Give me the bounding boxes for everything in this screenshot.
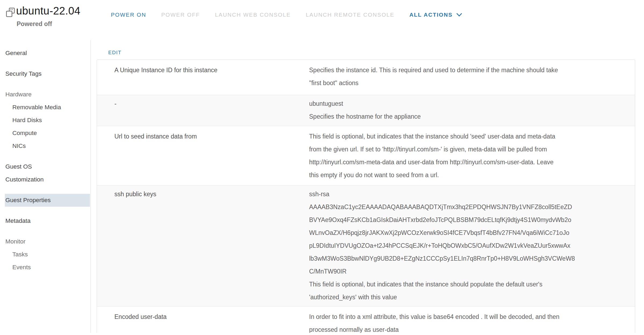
sidebar-item-guest-properties[interactable]: Guest Properties: [5, 194, 90, 207]
vm-power-status: Powered off: [17, 20, 80, 28]
launch-remote-console-button[interactable]: LAUNCH REMOTE CONSOLE: [306, 12, 395, 18]
vm-icon: [6, 8, 16, 19]
guest-properties-panel: EDIT A Unique Instance ID for this insta…: [91, 40, 644, 333]
property-value: ubuntuguest: [309, 97, 625, 110]
property-row: - ubuntuguest Specifies the hostname for…: [97, 95, 635, 126]
property-label: A Unique Instance ID for this instance: [97, 64, 309, 91]
property-label: ssh public keys: [97, 188, 309, 304]
all-actions-label: ALL ACTIONS: [410, 12, 453, 18]
sidebar-item-removable-media[interactable]: Removable Media: [0, 101, 91, 114]
vm-settings-sidebar: General Security Tags Hardware Removable…: [0, 40, 91, 333]
property-cell: This field is optional, but indicates th…: [309, 130, 635, 181]
sidebar-section-monitor: Monitor: [0, 235, 91, 248]
chevron-down-icon: [456, 13, 462, 17]
sidebar-item-security-tags[interactable]: Security Tags: [0, 67, 91, 80]
property-row: Encoded user-data In order to fit into a…: [97, 306, 635, 333]
property-cell: In order to fit into a xml attribute, th…: [309, 310, 635, 333]
launch-web-console-button[interactable]: LAUNCH WEB CONSOLE: [215, 12, 291, 18]
property-row: Url to seed instance data from This fiel…: [97, 126, 635, 185]
property-label: -: [97, 97, 309, 124]
edit-button[interactable]: EDIT: [108, 49, 121, 56]
property-description: Specifies the hostname for the appliance: [309, 110, 625, 123]
property-label: Encoded user-data: [97, 310, 309, 333]
property-description: This field is optional, but indicates th…: [309, 278, 625, 304]
sidebar-section-hardware: Hardware: [0, 88, 91, 101]
sidebar-item-nics[interactable]: NICs: [0, 140, 91, 152]
property-value: ssh-rsa AAAAB3NzaC1yc2EAAAADAQABAAABAQDT…: [309, 188, 625, 278]
vm-name: ubuntu-22.04: [16, 4, 80, 17]
guest-properties-table: A Unique Instance ID for this instance S…: [97, 60, 635, 333]
sidebar-item-guest-os-customization[interactable]: Guest OS Customization: [0, 160, 91, 186]
vm-actions-toolbar: POWER ON POWER OFF LAUNCH WEB CONSOLE LA…: [111, 0, 462, 30]
power-off-button[interactable]: POWER OFF: [161, 12, 200, 18]
all-actions-menu-button[interactable]: ALL ACTIONS: [410, 12, 462, 18]
property-row: ssh public keys ssh-rsa AAAAB3NzaC1yc2EA…: [97, 185, 635, 306]
sidebar-item-tasks[interactable]: Tasks: [0, 248, 91, 261]
vm-title-block: ubuntu-22.04 Powered off: [16, 4, 80, 28]
property-cell: Specifies the instance id. This is requi…: [309, 64, 635, 91]
property-row: A Unique Instance ID for this instance S…: [97, 60, 635, 95]
property-description: In order to fit into a xml attribute, th…: [309, 310, 625, 333]
property-description: This field is optional, but indicates th…: [309, 130, 625, 181]
vm-detail-content: General Security Tags Hardware Removable…: [0, 40, 644, 333]
power-on-button[interactable]: POWER ON: [111, 12, 146, 18]
sidebar-item-compute[interactable]: Compute: [0, 127, 91, 140]
sidebar-item-hard-disks[interactable]: Hard Disks: [0, 114, 91, 127]
property-cell: ubuntuguest Specifies the hostname for t…: [309, 97, 635, 124]
sidebar-item-general[interactable]: General: [0, 47, 91, 60]
vm-header: ubuntu-22.04 Powered off POWER ON POWER …: [0, 0, 644, 40]
property-description: Specifies the instance id. This is requi…: [309, 64, 625, 89]
property-label: Url to seed instance data from: [97, 130, 309, 181]
property-cell: ssh-rsa AAAAB3NzaC1yc2EAAAADAQABAAABAQDT…: [309, 188, 635, 304]
sidebar-item-metadata[interactable]: Metadata: [0, 214, 91, 227]
sidebar-item-events[interactable]: Events: [0, 261, 91, 274]
